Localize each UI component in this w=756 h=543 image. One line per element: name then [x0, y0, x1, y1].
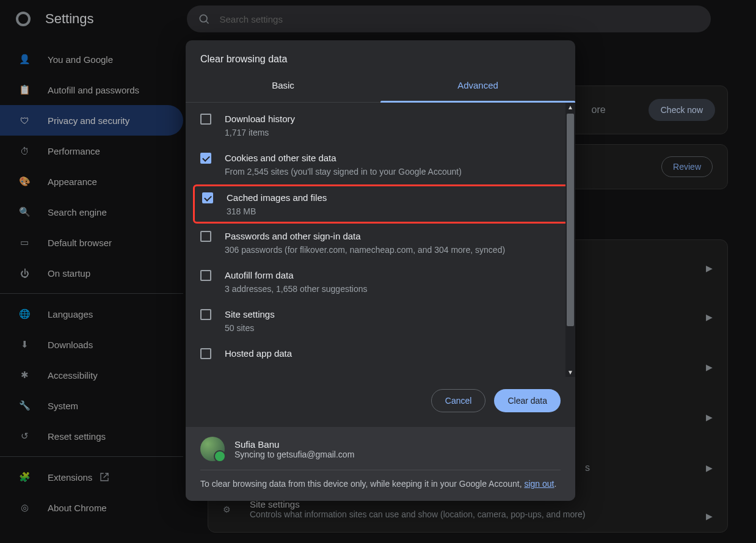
- option-title: Autofill form data: [225, 269, 368, 282]
- dialog-tabs: Basic Advanced: [186, 68, 575, 103]
- option-title: Hosted app data: [225, 347, 292, 360]
- option-title: Cookies and other site data: [225, 151, 462, 165]
- option-autofill-form-data[interactable]: Autofill form data3 addresses, 1,658 oth…: [186, 263, 575, 302]
- clear-data-button[interactable]: Clear data: [494, 389, 561, 412]
- footer-divider: [200, 470, 561, 470]
- checkbox[interactable]: [202, 192, 213, 203]
- footer-text: To clear browsing data from this device …: [200, 479, 561, 489]
- option-title: Site settings: [225, 308, 275, 321]
- options-list: Download history1,717 items Cookies and …: [186, 103, 575, 377]
- dialog-title: Clear browsing data: [186, 40, 575, 68]
- option-sub: 3 addresses, 1,658 other suggestions: [225, 282, 368, 296]
- option-sub: 306 passwords (for flikover.com, nameche…: [225, 243, 505, 257]
- checkbox[interactable]: [200, 309, 211, 320]
- option-cookies[interactable]: Cookies and other site dataFrom 2,545 si…: [186, 145, 575, 184]
- user-info: Sufia Banu Syncing to getsufia@gmail.com: [200, 437, 561, 461]
- scrollbar-thumb[interactable]: [567, 114, 574, 326]
- user-name: Sufia Banu: [234, 439, 354, 450]
- tab-basic[interactable]: Basic: [186, 68, 380, 102]
- checkbox[interactable]: [200, 270, 211, 281]
- tab-advanced[interactable]: Advanced: [380, 68, 575, 102]
- option-download-history[interactable]: Download history1,717 items: [186, 106, 575, 145]
- checkbox[interactable]: [200, 348, 211, 359]
- footer-text-b: .: [554, 479, 557, 489]
- option-title: Download history: [225, 112, 295, 126]
- dialog-footer: Sufia Banu Syncing to getsufia@gmail.com…: [186, 427, 575, 501]
- sign-out-link[interactable]: sign out: [524, 479, 554, 489]
- clear-browsing-data-dialog: Clear browsing data Basic Advanced Downl…: [186, 40, 575, 501]
- option-cached-images-files[interactable]: Cached images and files318 MB: [193, 184, 570, 224]
- option-hosted-app-data[interactable]: Hosted app data: [186, 341, 575, 360]
- footer-text-a: To clear browsing data from this device …: [200, 479, 524, 489]
- option-sub: From 2,545 sites (you'll stay signed in …: [225, 165, 462, 178]
- scroll-down-icon[interactable]: ▼: [567, 369, 573, 376]
- option-sub: 1,717 items: [225, 126, 295, 139]
- dialog-actions: Cancel Clear data: [186, 377, 575, 427]
- scroll-up-icon[interactable]: ▲: [567, 104, 573, 111]
- scrollbar-track[interactable]: ▲ ▼: [565, 103, 575, 377]
- avatar: [200, 437, 225, 461]
- cancel-button[interactable]: Cancel: [431, 389, 486, 412]
- option-passwords[interactable]: Passwords and other sign-in data306 pass…: [186, 224, 575, 263]
- option-title: Cached images and files: [227, 191, 327, 205]
- option-sub: 50 sites: [225, 321, 275, 335]
- checkbox[interactable]: [200, 231, 211, 242]
- checkbox[interactable]: [200, 153, 211, 164]
- user-sync-status: Syncing to getsufia@gmail.com: [234, 450, 354, 459]
- checkbox[interactable]: [200, 114, 211, 125]
- option-title: Passwords and other sign-in data: [225, 230, 505, 243]
- option-sub: 318 MB: [227, 205, 327, 218]
- option-site-settings[interactable]: Site settings50 sites: [186, 302, 575, 341]
